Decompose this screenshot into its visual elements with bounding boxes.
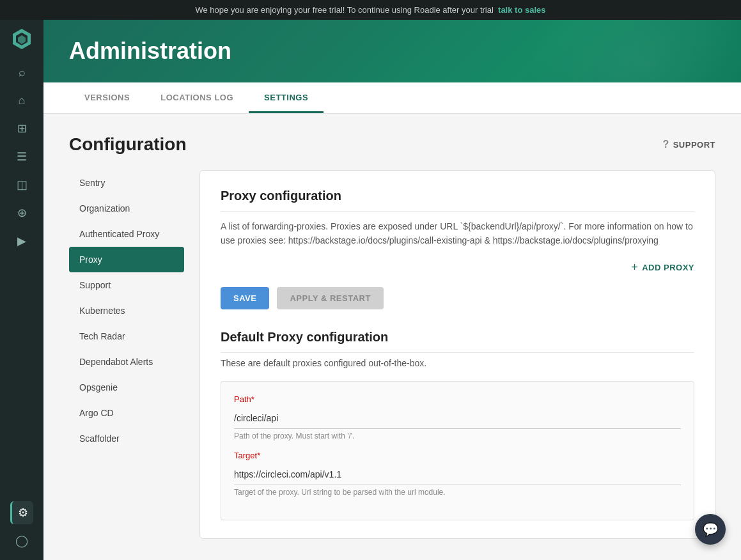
path-hint: Path of the proxy. Must start with '/'.: [234, 432, 681, 440]
proxy-item: Path* /circleci/api Path of the proxy. M…: [221, 381, 694, 520]
path-label: Path*: [234, 394, 681, 404]
target-value: https://circleci.com/api/v1.1: [234, 464, 681, 485]
action-buttons: SAVE APPLY & RESTART: [221, 287, 694, 309]
banner-text: We hope you are enjoying your free trial…: [195, 5, 493, 15]
tabs-bar: VERSIONS LOCATIONS LOG SETTINGS: [43, 82, 741, 114]
target-required: *: [257, 451, 260, 460]
path-value: /circleci/api: [234, 408, 681, 429]
tab-locations-log[interactable]: LOCATIONS LOG: [145, 82, 249, 113]
config-header: Configuration ? SUPPORT: [69, 134, 715, 155]
add-circle-icon[interactable]: ⊕: [10, 201, 33, 224]
nav-item-scaffolder[interactable]: Scaffolder: [69, 426, 184, 451]
page-header: Administration: [43, 20, 741, 82]
settings-icon[interactable]: ⚙: [10, 501, 33, 524]
docs-icon[interactable]: ☰: [10, 145, 33, 168]
talk-to-sales-link[interactable]: talk to sales: [498, 5, 545, 15]
config-nav: Sentry Organization Authenticated Proxy …: [69, 170, 184, 539]
plus-icon: +: [631, 261, 638, 274]
default-proxy-description: These are default proxies configured out…: [221, 358, 694, 368]
play-circle-icon[interactable]: ▶: [10, 229, 33, 253]
add-proxy-row: + ADD PROXY: [221, 261, 694, 274]
tab-settings[interactable]: SETTINGS: [249, 82, 324, 113]
add-proxy-button[interactable]: + ADD PROXY: [631, 261, 694, 274]
target-label: Target*: [234, 451, 681, 460]
nav-item-proxy[interactable]: Proxy: [69, 247, 184, 272]
chat-icon: 💬: [703, 522, 719, 537]
path-field-group: Path* /circleci/api Path of the proxy. M…: [234, 394, 681, 440]
default-proxy-title: Default Proxy configuration: [221, 330, 694, 353]
nav-item-opsgenie[interactable]: Opsgenie: [69, 375, 184, 400]
chat-button[interactable]: 💬: [695, 514, 726, 545]
config-panel: Proxy configuration A list of forwarding…: [199, 170, 715, 539]
nav-item-kubernetes[interactable]: Kubernetes: [69, 298, 184, 323]
config-title: Configuration: [69, 134, 187, 155]
search-icon[interactable]: ⌕: [10, 61, 33, 84]
proxy-config-description: A list of forwarding-proxies. Proxies ar…: [221, 219, 694, 248]
nav-item-tech-radar[interactable]: Tech Radar: [69, 323, 184, 349]
tab-versions[interactable]: VERSIONS: [69, 82, 145, 113]
top-banner: We hope you are enjoying your free trial…: [0, 0, 741, 20]
nav-item-organization[interactable]: Organization: [69, 196, 184, 221]
main-content: Configuration ? SUPPORT Sentry Organizat…: [43, 114, 741, 560]
nav-item-sentry[interactable]: Sentry: [69, 170, 184, 196]
page-title: Administration: [69, 38, 715, 65]
add-proxy-label: ADD PROXY: [642, 263, 694, 272]
target-field-group: Target* https://circleci.com/api/v1.1 Ta…: [234, 451, 681, 497]
support-link[interactable]: ? SUPPORT: [662, 139, 715, 150]
target-hint: Target of the proxy. Url string to be pa…: [234, 488, 681, 497]
account-icon[interactable]: ◯: [10, 529, 33, 552]
question-icon: ?: [662, 139, 669, 150]
support-label: SUPPORT: [673, 140, 715, 150]
plugins-icon[interactable]: ⊞: [10, 117, 33, 140]
nav-item-dependabot-alerts[interactable]: Dependabot Alerts: [69, 349, 184, 375]
home-icon[interactable]: ⌂: [10, 89, 33, 112]
save-button[interactable]: SAVE: [221, 287, 269, 309]
nav-item-authenticated-proxy[interactable]: Authenticated Proxy: [69, 221, 184, 247]
layers-icon[interactable]: ◫: [10, 173, 33, 196]
apply-restart-button[interactable]: APPLY & RESTART: [277, 287, 383, 309]
sidebar-logo[interactable]: [10, 27, 33, 51]
nav-item-support[interactable]: Support: [69, 272, 184, 298]
config-layout: Sentry Organization Authenticated Proxy …: [69, 170, 715, 539]
path-required: *: [251, 394, 254, 404]
proxy-config-title: Proxy configuration: [221, 189, 694, 212]
sidebar: ⌕ ⌂ ⊞ ☰ ◫ ⊕ ▶ ⚙ ◯: [0, 20, 43, 560]
nav-item-argo-cd[interactable]: Argo CD: [69, 400, 184, 426]
